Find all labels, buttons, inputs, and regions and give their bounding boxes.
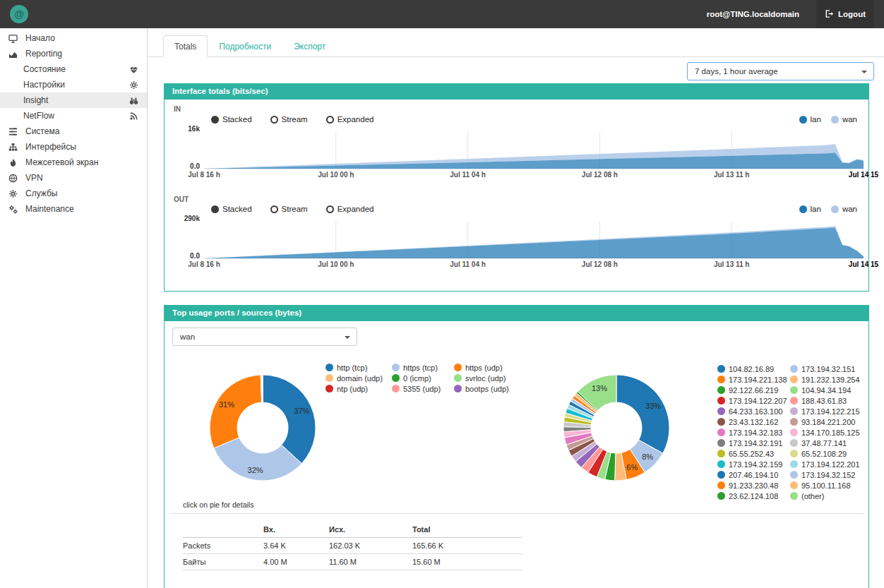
legend-item-92-122-66-219[interactable]: 92.122.66.219 bbox=[717, 385, 787, 395]
sidebar-item-label: Службы bbox=[25, 188, 57, 198]
legend-label: 64.233.163.100 bbox=[729, 407, 782, 416]
out-mode-radio-expanded[interactable]: Expanded bbox=[326, 205, 374, 213]
legend-item-svrloc-udp[interactable]: svrloc (udp) bbox=[454, 373, 522, 383]
sidebar-item-vpn[interactable]: VPN bbox=[0, 170, 147, 186]
legend-item-173-194-32-152[interactable]: 173.194.32.152 bbox=[790, 469, 860, 480]
logout-button[interactable]: Logout bbox=[816, 0, 874, 28]
x-axis-tick: Jul 10 00 h bbox=[318, 171, 354, 179]
legend-item-ntp-udp[interactable]: ntp (udp) bbox=[325, 383, 392, 394]
in-mode-radio-stacked[interactable]: Stacked bbox=[211, 115, 252, 124]
out-area-chart[interactable]: Jul 8 16 hJul 10 00 hJul 11 04 hJul 12 0… bbox=[204, 222, 864, 270]
legend-item-0-icmp[interactable]: 0 (icmp) bbox=[392, 373, 454, 383]
legend-item-5355-udp[interactable]: 5355 (udp) bbox=[392, 383, 454, 394]
legend-item-other[interactable]: (other) bbox=[790, 491, 860, 501]
legend-item-lan[interactable]: lan bbox=[799, 205, 821, 213]
sidebar-item-[interactable]: Интерфейсы bbox=[0, 139, 147, 155]
tab-totals[interactable]: Totals bbox=[163, 35, 208, 57]
legend-item-95-100-11-168[interactable]: 95.100.11.168 bbox=[790, 480, 860, 491]
legend-dot-icon bbox=[790, 439, 798, 447]
gears-icon bbox=[8, 205, 20, 214]
pie-slice-104-82-16-89[interactable] bbox=[616, 375, 669, 453]
sidebar-item-[interactable]: Межсетевой экран bbox=[0, 155, 147, 170]
period-select[interactable]: 7 days, 1 hour average bbox=[687, 62, 874, 80]
legend-dot-icon bbox=[454, 385, 462, 392]
legend-item-https-tcp[interactable]: https (tcp) bbox=[392, 362, 454, 373]
pie-slice-percent-label: 8% bbox=[642, 452, 653, 461]
pie-slice-https-udp[interactable] bbox=[210, 375, 262, 448]
legend-item-65-55-252-43[interactable]: 65.55.252.43 bbox=[717, 448, 787, 459]
legend-item-https-udp[interactable]: https (udp) bbox=[454, 362, 522, 373]
sidebar-item-[interactable]: Службы bbox=[0, 186, 147, 201]
legend-item-bootps-udp[interactable]: bootps (udp) bbox=[454, 383, 522, 394]
ports-pie-legend: http (tcp)https (tcp)https (udp)domain (… bbox=[325, 362, 522, 394]
legend-item-93-184-221-200[interactable]: 93.184.221.200 bbox=[790, 416, 860, 427]
legend-item-wan[interactable]: wan bbox=[831, 205, 857, 213]
radio-label: Stacked bbox=[222, 115, 252, 124]
legend-label: 173.194.32.183 bbox=[729, 428, 782, 437]
legend-label: 37.48.77.141 bbox=[801, 439, 847, 448]
legend-dot-icon bbox=[325, 364, 333, 371]
sidebar-item-reporting[interactable]: Reporting bbox=[0, 46, 147, 61]
legend-item-173-194-221-138[interactable]: 173.194.221.138 bbox=[717, 374, 787, 385]
sidebar-item-[interactable]: Настройки bbox=[0, 77, 147, 92]
legend-item-134-170-185-125[interactable]: 134.170.185.125 bbox=[790, 427, 860, 438]
legend-item-207-46-194-10[interactable]: 207.46.194.10 bbox=[717, 469, 787, 480]
legend-item-104-82-16-89[interactable]: 104.82.16.89 bbox=[717, 364, 787, 374]
legend-item-173-194-122-201[interactable]: 173.194.122.201 bbox=[790, 459, 860, 469]
tab-export[interactable]: Экспорт bbox=[282, 35, 337, 57]
legend-item-173-194-122-215[interactable]: 173.194.122.215 bbox=[790, 406, 860, 416]
legend-item-65-52-108-29[interactable]: 65.52.108.29 bbox=[790, 448, 860, 459]
legend-item-91-233-230-48[interactable]: 91.233.230.48 bbox=[717, 480, 787, 491]
tab-details[interactable]: Подробности bbox=[208, 35, 282, 57]
legend-item-188-43-61-83[interactable]: 188.43.61.83 bbox=[790, 395, 860, 406]
legend-item-domain-udp[interactable]: domain (udp) bbox=[325, 373, 392, 383]
legend-item-173-194-32-159[interactable]: 173.194.32.159 bbox=[717, 459, 787, 469]
interface-select[interactable]: wan bbox=[172, 328, 357, 346]
legend-label: 173.194.32.152 bbox=[801, 471, 855, 479]
pie-slice-http-tcp[interactable] bbox=[263, 375, 316, 464]
legend-dot-icon bbox=[717, 460, 725, 468]
legend-label: svrloc (udp) bbox=[465, 374, 506, 383]
legend-item-23-43-132-162[interactable]: 23.43.132.162 bbox=[717, 416, 787, 427]
sidebar-item-netflow[interactable]: NetFlow bbox=[0, 108, 147, 124]
legend-item-191-232-139-254[interactable]: 191.232.139.254 bbox=[790, 374, 860, 385]
legend-dot-icon bbox=[831, 116, 839, 124]
radio-label: Stream bbox=[282, 205, 308, 213]
sidebar-item-label: NetFlow bbox=[23, 111, 54, 121]
legend-dot-icon bbox=[717, 365, 725, 373]
legend-item-173-194-32-151[interactable]: 173.194.32.151 bbox=[790, 364, 860, 374]
radio-dot-icon bbox=[270, 205, 278, 213]
legend-item-173-194-122-207[interactable]: 173.194.122.207 bbox=[717, 395, 787, 406]
sidebar-item-insight[interactable]: Insight bbox=[0, 92, 147, 108]
legend-item-wan[interactable]: wan bbox=[831, 115, 857, 124]
legend-item-64-233-163-100[interactable]: 64.233.163.100 bbox=[717, 406, 787, 416]
sidebar-item-[interactable]: Начало bbox=[0, 30, 147, 46]
legend-item-173-194-32-191[interactable]: 173.194.32.191 bbox=[717, 438, 787, 448]
sidebar-item-[interactable]: Система bbox=[0, 124, 147, 139]
sidebar-item-label: Настройки bbox=[23, 80, 65, 90]
sidebar-item-maintenance[interactable]: Maintenance bbox=[0, 201, 147, 217]
legend-label: (other) bbox=[801, 492, 824, 500]
legend-item-lan[interactable]: lan bbox=[799, 115, 821, 124]
legend-dot-icon bbox=[454, 364, 462, 371]
legend-item-173-194-32-183[interactable]: 173.194.32.183 bbox=[717, 427, 787, 438]
in-area-chart[interactable]: Jul 8 16 hJul 10 00 hJul 11 04 hJul 12 0… bbox=[204, 132, 864, 180]
legend-dot-icon bbox=[790, 407, 798, 415]
radio-dot-icon bbox=[270, 116, 278, 124]
legend-item-104-94-34-194[interactable]: 104.94.34.194 bbox=[790, 385, 860, 395]
sidebar-item-[interactable]: Состояние bbox=[0, 61, 147, 77]
legend-item-37-48-77-141[interactable]: 37.48.77.141 bbox=[790, 438, 860, 448]
out-mode-radio-stream[interactable]: Stream bbox=[270, 205, 308, 213]
sidebar-menu: НачалоReportingСостояниеНастройкиInsight… bbox=[0, 28, 148, 588]
legend-item-23-62-124-108[interactable]: 23.62.124.108 bbox=[717, 491, 787, 501]
x-axis-tick: Jul 11 04 h bbox=[450, 171, 486, 179]
x-axis-tick: Jul 13 11 h bbox=[714, 260, 750, 268]
legend-dot-icon bbox=[831, 205, 839, 213]
pie-slice-percent-label: 33% bbox=[645, 402, 661, 410]
out-mode-radio-stacked[interactable]: Stacked bbox=[211, 205, 252, 213]
in-mode-radio-expanded[interactable]: Expanded bbox=[326, 115, 374, 124]
logout-label: Logout bbox=[838, 10, 866, 18]
legend-item-http-tcp[interactable]: http (tcp) bbox=[325, 362, 392, 373]
area-chart-icon bbox=[8, 49, 20, 59]
in-mode-radio-stream[interactable]: Stream bbox=[270, 115, 308, 124]
